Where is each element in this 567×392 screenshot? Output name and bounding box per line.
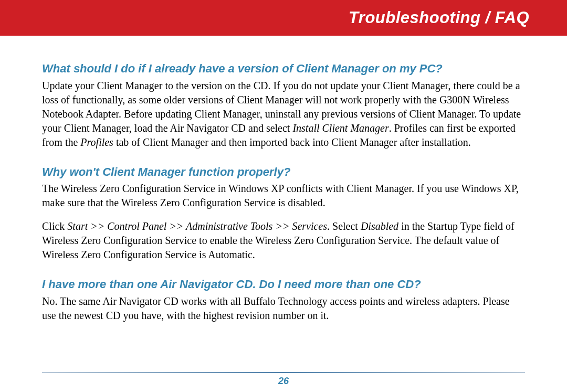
faq-answer-2-p2-b: Start >> Control Panel >> Administrative… [67, 220, 327, 232]
faq-answer-2-p2: Click Start >> Control Panel >> Administ… [42, 219, 525, 262]
faq-answer-1-italic-d: Profiles [80, 136, 113, 148]
header-bar: Troubleshooting / FAQ [0, 0, 567, 36]
faq-answer-2-p2-a: Click [42, 220, 67, 232]
faq-answer-3: No. The same Air Navigator CD works with… [42, 294, 525, 323]
faq-answer-2-p1: The Wireless Zero Configuration Service … [42, 182, 525, 210]
header-title: Troubleshooting / FAQ [349, 8, 529, 27]
faq-answer-2-p2-c: . Select [327, 220, 361, 232]
faq-answer-2-p2-d: Disabled [361, 220, 398, 232]
faq-answer-1-text-e: tab of Client Manager and then imported … [113, 136, 471, 148]
footer-rule [42, 372, 525, 373]
page-content: What should I do if I already have a ver… [0, 36, 567, 323]
faq-question-2: Why won't Client Manager function proper… [42, 164, 525, 180]
faq-answer-1: Update your Client Manager to the versio… [42, 79, 525, 150]
page-number: 26 [0, 376, 567, 387]
faq-question-1: What should I do if I already have a ver… [42, 61, 525, 77]
faq-answer-1-italic-b: Install Client Manager [292, 122, 388, 134]
faq-question-3: I have more than one Air Navigator CD. D… [42, 277, 525, 292]
